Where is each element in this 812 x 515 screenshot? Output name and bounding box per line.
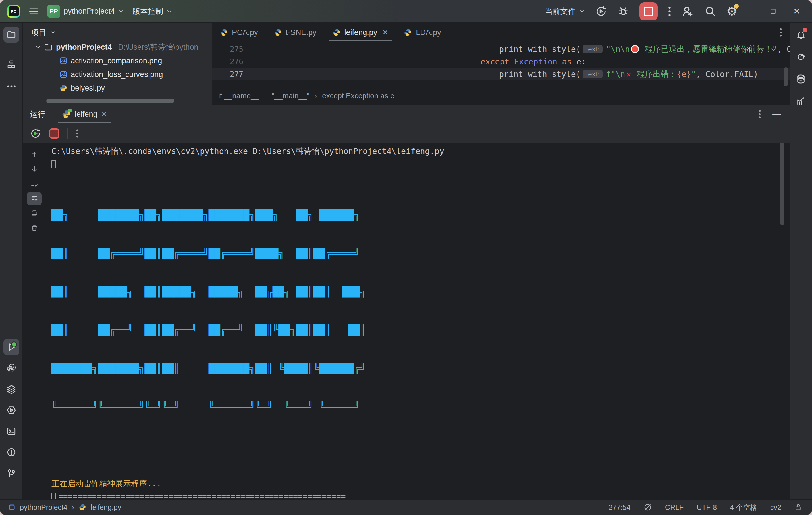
tool-structure-button[interactable] bbox=[3, 56, 19, 72]
tool-terminal-button[interactable] bbox=[3, 423, 19, 439]
kebab-icon[interactable] bbox=[76, 129, 79, 138]
chevron-down-icon bbox=[35, 46, 41, 49]
arrow-down-icon bbox=[31, 165, 38, 173]
tab-tsne[interactable]: t-SNE.py bbox=[266, 23, 325, 42]
window-close-button[interactable]: ✕ bbox=[791, 6, 802, 16]
notifications-button[interactable] bbox=[793, 27, 809, 42]
run-tool-window: 运行 leifeng ✕ — bbox=[23, 104, 789, 499]
run-tab-close-icon[interactable]: ✕ bbox=[102, 110, 107, 118]
passed-count: 4 bbox=[747, 46, 751, 54]
rerun-program-button[interactable] bbox=[30, 128, 41, 139]
vcs-widget[interactable]: 版本控制 bbox=[133, 6, 172, 17]
ascii-art-line: ██║ ██╔════╝██║██╔════╝██╔════╝████╗ ██║… bbox=[52, 247, 773, 260]
services-icon bbox=[6, 405, 16, 415]
tab-leifeng[interactable]: leifeng.py ✕ bbox=[325, 23, 396, 42]
project-panel-header[interactable]: 项目 bbox=[23, 23, 212, 40]
breadcrumb-item[interactable]: except Exception as e bbox=[322, 91, 394, 100]
scroll-to-end-button[interactable] bbox=[27, 192, 42, 205]
stop-button[interactable] bbox=[639, 2, 658, 21]
console-blank-line bbox=[52, 439, 773, 452]
status-file-name[interactable]: leifeng.py bbox=[91, 503, 121, 512]
tool-layers-button[interactable] bbox=[3, 381, 19, 397]
console-line-starting: 正在启动雷锋精神展示程序... bbox=[52, 477, 773, 490]
settings-button[interactable]: ⚙ bbox=[726, 5, 737, 18]
tree-item-activation-comparison[interactable]: activation_comparison.png bbox=[23, 54, 212, 68]
tab-close-icon[interactable]: ✕ bbox=[382, 28, 388, 36]
console-mini-toolbar bbox=[27, 148, 43, 236]
scroll-down-button[interactable] bbox=[27, 162, 42, 176]
project-horizontal-scrollbar[interactable] bbox=[46, 99, 174, 103]
indent-widget[interactable]: 4 个空格 bbox=[730, 503, 757, 512]
sciview-button[interactable] bbox=[793, 93, 809, 109]
current-file-label: 当前文件 bbox=[545, 6, 576, 17]
clear-console-button[interactable] bbox=[27, 221, 42, 235]
window-maximize-button[interactable] bbox=[770, 8, 781, 15]
status-project-name[interactable]: pythonProject4 bbox=[20, 503, 67, 512]
python-file-icon bbox=[274, 28, 282, 36]
tab-pca[interactable]: PCA.py bbox=[212, 23, 266, 42]
editor-scrollbar[interactable] bbox=[784, 67, 788, 86]
code-with-me-button[interactable] bbox=[682, 5, 694, 18]
more-run-actions-button[interactable] bbox=[668, 6, 671, 17]
printer-icon bbox=[31, 210, 38, 217]
project-selector[interactable]: PP pythonProject4 bbox=[47, 5, 124, 18]
python-file-icon bbox=[332, 28, 341, 36]
window-minimize-button[interactable]: — bbox=[748, 6, 759, 16]
ai-assistant-button[interactable] bbox=[793, 49, 809, 65]
database-button[interactable] bbox=[793, 71, 809, 87]
add-user-icon bbox=[682, 5, 694, 18]
function-call: print_with_style( bbox=[499, 69, 581, 79]
search-icon bbox=[704, 5, 716, 17]
tab-label: PCA.py bbox=[232, 28, 258, 37]
tool-vcs-button[interactable] bbox=[3, 465, 19, 481]
code-viewport[interactable]: 275 print_with_style(text:"\n\n 程序已退出，愿雷… bbox=[212, 42, 789, 87]
kebab-icon[interactable] bbox=[758, 109, 761, 119]
ai-disabled-icon[interactable] bbox=[643, 503, 652, 512]
project-panel-title: 项目 bbox=[31, 27, 46, 37]
python-icon bbox=[6, 363, 16, 373]
debug-button[interactable] bbox=[617, 5, 629, 17]
soft-wrap-button[interactable] bbox=[27, 177, 42, 190]
print-button[interactable] bbox=[27, 207, 42, 220]
rerun-button[interactable] bbox=[595, 5, 607, 17]
inspection-widget[interactable]: ⚠1 ✓4 bbox=[710, 45, 777, 54]
tool-more-button[interactable] bbox=[3, 79, 19, 94]
main-menu-button[interactable] bbox=[28, 6, 39, 17]
console-scrollbar[interactable] bbox=[780, 143, 784, 225]
tab-options-button[interactable] bbox=[779, 28, 782, 37]
hamburger-icon bbox=[28, 6, 39, 17]
run-tab-leifeng[interactable]: leifeng ✕ bbox=[55, 104, 114, 124]
tree-root-row[interactable]: pythonProject4 D:\Users\韩诗怡\python bbox=[23, 40, 212, 54]
tab-lda[interactable]: LDA.py bbox=[396, 23, 449, 42]
tool-python-packages-button[interactable] bbox=[3, 360, 19, 376]
code-line-275: 275 print_with_style(text:"\n\n 程序已退出，愿雷… bbox=[212, 43, 789, 55]
chevron-down-icon[interactable] bbox=[770, 48, 777, 52]
run-configuration-selector[interactable]: 当前文件 bbox=[545, 6, 585, 17]
tool-project-button[interactable] bbox=[3, 27, 19, 42]
run-toolbar bbox=[23, 124, 789, 143]
line-ending-widget[interactable]: CRLF bbox=[665, 503, 684, 512]
unlock-icon[interactable] bbox=[794, 503, 802, 512]
scroll-up-button[interactable] bbox=[27, 148, 42, 161]
run-panel-title[interactable]: 运行 bbox=[23, 109, 55, 119]
tab-label: t-SNE.py bbox=[286, 28, 317, 37]
tree-item-activation-loss-curves[interactable]: activation_loss_curves.png bbox=[23, 68, 212, 81]
stop-program-button[interactable] bbox=[49, 128, 59, 139]
tool-run-button[interactable] bbox=[3, 339, 19, 355]
pycharm-window: PC PP pythonProject4 版本控制 当前文件 bbox=[0, 0, 812, 515]
ascii-art-line: ██║ █████╗ ██║█████╗ █████╗ ██╔██╗ ██║██… bbox=[52, 285, 773, 298]
search-everywhere-button[interactable] bbox=[704, 5, 716, 17]
terminal-icon bbox=[6, 426, 16, 436]
hide-panel-button[interactable]: — bbox=[773, 109, 781, 119]
breadcrumb-item[interactable]: if __name__ == "__main__" bbox=[218, 91, 310, 100]
interpreter-widget[interactable]: cv2 bbox=[770, 503, 781, 512]
caret-position-widget[interactable]: 277:54 bbox=[609, 503, 630, 512]
encoding-widget[interactable]: UTF-8 bbox=[697, 503, 717, 512]
tree-item-beiyesi[interactable]: beiyesi.py bbox=[23, 81, 212, 95]
pycharm-logo-text: PC bbox=[8, 6, 19, 17]
chevron-up-icon[interactable] bbox=[757, 48, 764, 52]
tool-problems-button[interactable] bbox=[3, 444, 19, 460]
tool-services-button[interactable] bbox=[3, 402, 19, 418]
structure-icon bbox=[7, 60, 16, 69]
console-area[interactable]: C:\Users\韩诗怡\.conda\envs\cv2\python.exe … bbox=[23, 143, 789, 499]
